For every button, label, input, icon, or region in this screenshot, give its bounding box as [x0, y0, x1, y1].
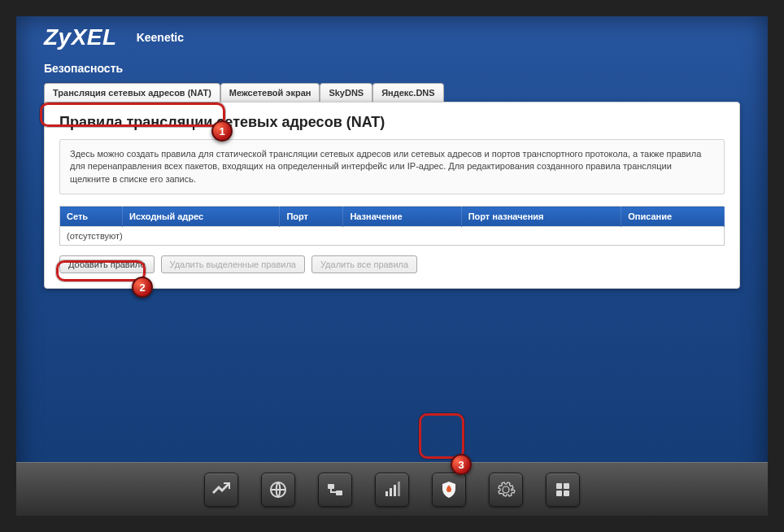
nav-wifi[interactable] [375, 473, 409, 507]
header-bar: ZyXEL Keenetic [16, 16, 768, 55]
tab-nat[interactable]: Трансляция сетевых адресов (NAT) [44, 83, 220, 102]
wifi-icon [382, 480, 402, 499]
col-source: Исходный адрес [123, 207, 280, 227]
apps-icon [553, 480, 573, 499]
svg-rect-2 [336, 491, 342, 495]
tab-skydns[interactable]: SkyDNS [320, 83, 372, 102]
table-empty-row: (отсутствуют) [60, 227, 725, 246]
svg-rect-8 [564, 483, 569, 489]
col-port: Порт [280, 207, 343, 227]
svg-rect-9 [556, 491, 562, 496]
col-description: Описание [621, 207, 725, 227]
tab-firewall[interactable]: Межсетевой экран [220, 83, 320, 102]
callout-ring-3 [419, 413, 464, 459]
firewall-icon [439, 480, 459, 499]
brand-model: Keenetic [137, 31, 184, 44]
panel-title: Правила трансляции сетевых адресов (NAT) [59, 114, 725, 139]
nav-network[interactable] [318, 473, 352, 507]
col-destination: Назначение [343, 207, 461, 227]
nav-stats[interactable] [204, 473, 238, 507]
col-destport: Порт назначения [461, 207, 621, 227]
panel-info: Здесь можно создать правила для статичес… [59, 139, 725, 194]
table-empty-cell: (отсутствуют) [60, 227, 725, 246]
delete-all-button[interactable]: Удалить все правила [311, 255, 417, 273]
svg-rect-3 [385, 491, 388, 496]
nav-apps[interactable] [546, 473, 580, 507]
nav-security[interactable] [432, 473, 466, 507]
globe-icon [268, 480, 288, 499]
button-row: Добавить правило Удалить выделенные прав… [59, 255, 725, 273]
gear-icon [496, 480, 516, 499]
brand-logo: ZyXEL [44, 24, 117, 50]
svg-rect-4 [390, 488, 392, 496]
section-title: Безопасность [16, 55, 768, 83]
delete-selected-button[interactable]: Удалить выделенные правила [161, 255, 305, 273]
nat-rules-table: Сеть Исходный адрес Порт Назначение Порт… [59, 206, 725, 246]
svg-rect-5 [394, 485, 396, 496]
svg-rect-6 [398, 482, 400, 496]
nav-settings[interactable] [489, 473, 523, 507]
table-header-row: Сеть Исходный адрес Порт Назначение Порт… [60, 207, 725, 227]
svg-rect-7 [556, 483, 562, 489]
content-panel: Правила трансляции сетевых адресов (NAT)… [44, 102, 740, 289]
nav-internet[interactable] [261, 473, 295, 507]
bottom-nav [16, 462, 768, 516]
stats-icon [211, 480, 231, 499]
col-network: Сеть [60, 207, 123, 227]
add-rule-button[interactable]: Добавить правило [59, 255, 155, 273]
svg-rect-1 [328, 484, 334, 489]
svg-rect-10 [564, 491, 569, 496]
tab-yandexdns[interactable]: Яндекс.DNS [372, 83, 443, 102]
network-icon [325, 480, 345, 499]
tabs-row: Трансляция сетевых адресов (NAT) Межсете… [16, 83, 768, 102]
